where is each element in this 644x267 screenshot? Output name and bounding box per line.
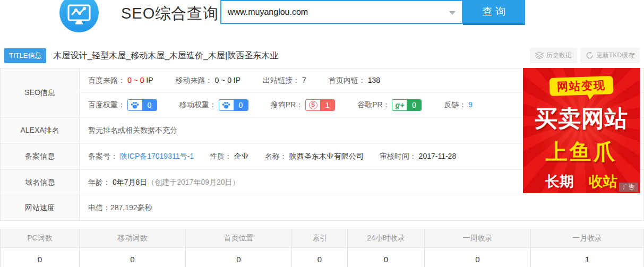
row-label: ALEXA排名	[1, 118, 80, 143]
stats-header-cell: PC词数	[1, 229, 80, 247]
stats-value-row: 0 0 0 0 0 0 1	[1, 248, 643, 267]
stats-value-cell: 1	[531, 248, 643, 267]
gplus-icon: g+	[396, 101, 405, 109]
ad-subline: 上鱼爪	[546, 137, 617, 167]
ad-label: 广告	[619, 183, 638, 192]
search-input-value: www.muyanglou.com	[228, 7, 308, 17]
google-pr-value: 0	[407, 100, 421, 110]
sogou-pr-value: 1	[320, 100, 334, 110]
baidu-weight-badge[interactable]: 0	[127, 99, 157, 111]
domain-age-value: 0年7月8日	[113, 178, 147, 187]
outlinks-value: 7	[302, 76, 306, 84]
paw-icon	[128, 100, 142, 110]
stats-header-cell: 24小时收录	[348, 229, 425, 247]
google-pr-badge[interactable]: g+0	[392, 99, 422, 111]
backlinks-value[interactable]: 9	[468, 100, 473, 109]
speed-row: 网站速度 电信：287.192毫秒	[1, 195, 643, 220]
title-actions: 历史数据 更新TKD缓存	[527, 48, 640, 63]
stats-table: PC词数 移动词数 首页位置 索引 24小时收录 一周收录 一月收录 0 0 0…	[0, 229, 644, 267]
chevron-down-icon[interactable]	[449, 11, 456, 15]
stats-value-cell: 0	[1, 248, 80, 267]
speed-value: 电信：287.192毫秒	[80, 195, 643, 220]
mobile-weight-value: 0	[234, 100, 248, 110]
ad-banner[interactable]: 网站变现 买卖网站 上鱼爪 长期 收站 广告	[523, 68, 640, 193]
seo-query-page: SEO综合查询 www.muyanglou.com 查 询 TITLE信息 木屋…	[0, 0, 644, 267]
ad-tag-right: 收站	[589, 172, 617, 191]
refresh-tkd-button[interactable]: 更新TKD缓存	[580, 48, 640, 63]
search-button[interactable]: 查 询	[463, 0, 525, 25]
site-title-text: 木屋设计_轻型木屋_移动木屋_木屋造价_木屋|陕西圣东木业	[53, 50, 278, 62]
stats-header-cell: 一周收录	[425, 229, 531, 247]
ad-bubble-text: 网站变现	[549, 76, 613, 96]
title-badge: TITLE信息	[4, 48, 46, 63]
stats-value-cell: 0	[292, 248, 348, 267]
stats-value-cell: 0	[186, 248, 292, 267]
history-data-button[interactable]: 历史数据	[530, 48, 577, 63]
stats-header-cell: 移动词数	[80, 229, 186, 247]
baidu-weight-value: 0	[142, 100, 157, 110]
homelinks-value: 138	[368, 76, 380, 84]
ad-tag-left: 长期	[545, 172, 574, 191]
stats-value-cell: 0	[425, 248, 531, 267]
row-label: SEO信息	[1, 68, 80, 117]
baidu-visits-value: 0 ~ 0	[127, 76, 144, 84]
circled-s-icon: S	[309, 101, 317, 109]
sogou-pr-badge[interactable]: S1	[305, 99, 335, 111]
company-name-value: 陕西圣东木业有限公司	[289, 152, 364, 160]
stats-header-row: PC词数 移动词数 首页位置 索引 24小时收录 一周收录 一月收录	[1, 229, 643, 248]
stats-value-cell: 0	[80, 248, 186, 267]
layers-icon	[535, 51, 544, 59]
stats-header-cell: 首页位置	[186, 229, 292, 247]
row-label: 备案信息	[1, 144, 80, 169]
search-box: www.muyanglou.com 查 询	[220, 0, 525, 25]
header: SEO综合查询 www.muyanglou.com 查 询	[0, 0, 644, 42]
stats-header-cell: 索引	[292, 229, 348, 247]
mobile-visits-value: 0 ~ 0	[214, 76, 231, 84]
beian-nature-value: 企业	[234, 152, 249, 160]
stats-header-cell: 一月收录	[531, 229, 643, 247]
row-label: 域名信息	[1, 170, 80, 195]
domain-created-note: （创建于2017年09月20日）	[147, 178, 239, 187]
paw-icon	[219, 100, 234, 110]
refresh-icon	[586, 51, 594, 59]
monitor-chart-icon	[59, 0, 99, 32]
audit-date-value: 2017-11-28	[419, 152, 457, 160]
page-title: SEO综合查询	[121, 3, 219, 24]
search-input[interactable]: www.muyanglou.com	[220, 0, 463, 24]
title-bar: TITLE信息 木屋设计_轻型木屋_移动木屋_木屋造价_木屋|陕西圣东木业 历史…	[0, 47, 644, 65]
ad-headline: 买卖网站	[535, 104, 628, 134]
row-label: 网站速度	[1, 195, 80, 220]
mobile-weight-badge[interactable]: 0	[219, 99, 248, 111]
icp-number-link[interactable]: 陕ICP备17019311号-1	[120, 152, 194, 160]
stats-value-cell: 0	[348, 248, 425, 267]
